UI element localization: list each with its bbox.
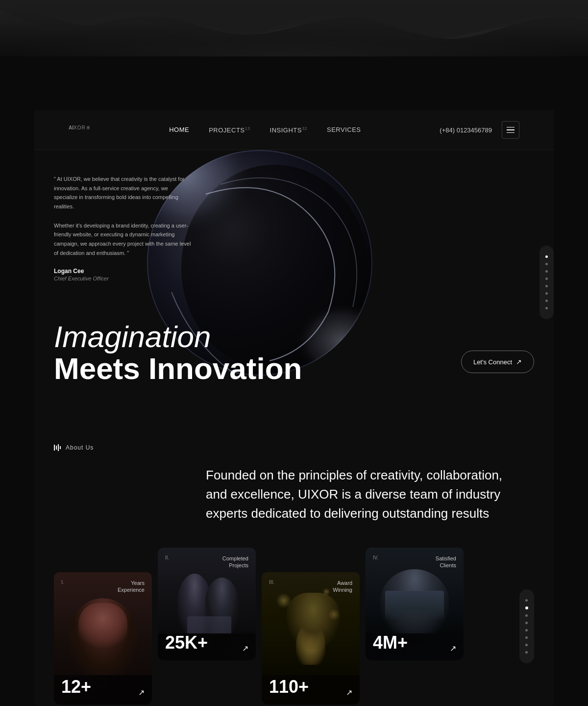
stats-dot-4[interactable]: [525, 622, 528, 624]
card-label-4: Satisfied Clients: [436, 555, 456, 569]
hero-quote: " At UIXOR, we believe that creativity i…: [54, 175, 191, 281]
card-label-2: Completed Projects: [222, 555, 248, 569]
stats-container: I. Years Experience 12+ ↗ II.: [54, 543, 534, 706]
card-index-3: III.: [269, 580, 274, 585]
hamburger-line-1: [507, 127, 514, 128]
stats-dot-1[interactable]: [525, 599, 528, 602]
stat-card-awards[interactable]: III. Award Winning 110+ ↗: [262, 572, 360, 705]
hero-dot-nav: [539, 246, 554, 319]
about-header: About Us: [54, 444, 534, 451]
dot-nav-5[interactable]: [545, 285, 548, 287]
dot-nav-1[interactable]: [545, 255, 548, 258]
logo[interactable]: AIXOR®: [69, 125, 90, 135]
projects-badge: 13: [245, 126, 250, 131]
hamburger-button[interactable]: [502, 121, 519, 139]
dot-nav-3[interactable]: [545, 270, 548, 273]
stats-dot-3[interactable]: [525, 614, 528, 617]
hamburger-line-2: [507, 129, 514, 130]
quote-text-2: Whether it's developing a brand identity…: [54, 221, 191, 258]
dot-nav-2[interactable]: [545, 263, 548, 265]
nav-services[interactable]: SERVICES: [327, 126, 361, 133]
navigation: AIXOR® HOME PROJECTS13 INSIGHTS32 SERVIC…: [34, 110, 554, 150]
logo-text-ai: AI: [69, 125, 74, 130]
dot-nav-8[interactable]: [545, 307, 548, 309]
nav-links: HOME PROJECTS13 INSIGHTS32 SERVICES: [169, 126, 361, 134]
card-arrow-3: ↗: [346, 688, 352, 697]
stats-section: I. Years Experience 12+ ↗ II.: [34, 543, 554, 706]
stat-card-projects[interactable]: II. Completed Projects 25K+ ↗: [158, 548, 256, 660]
stats-dot-8[interactable]: [525, 651, 528, 654]
arrow-icon: ↗: [516, 358, 522, 366]
nav-right: (+84) 0123456789: [440, 121, 519, 139]
stat-card-clients[interactable]: IV. Satisfied Clients 4M+ ↗: [366, 548, 464, 660]
page-wrapper: AIXOR® HOME PROJECTS13 INSIGHTS32 SERVIC…: [0, 0, 588, 706]
nav-insights[interactable]: INSIGHTS32: [270, 126, 307, 134]
card-number-1: 12+: [61, 677, 91, 697]
ceo-title: Chief Executive Officer: [54, 276, 191, 281]
logo-text-xor: XOR: [74, 125, 86, 130]
nav-phone: (+84) 0123456789: [440, 126, 492, 134]
cta-label: Let's Connect: [473, 358, 512, 366]
dot-nav-4[interactable]: [545, 277, 548, 280]
hamburger-line-3: [507, 132, 514, 133]
stats-dot-6[interactable]: [525, 636, 528, 639]
logo-mark: ®: [87, 126, 91, 130]
card-index-2: II.: [165, 555, 169, 560]
stat-card-years[interactable]: I. Years Experience 12+ ↗: [54, 572, 152, 705]
about-description: Founded on the principles of creativity,…: [206, 466, 519, 523]
card-arrow-2: ↗: [242, 644, 248, 653]
card-label-3: Award Winning: [333, 580, 352, 594]
nav-home[interactable]: HOME: [169, 126, 189, 133]
card-number-2: 25K+: [165, 632, 208, 653]
card-number-4: 4M+: [373, 632, 408, 653]
hero-headline: Imagination Meets Innovation: [54, 322, 302, 385]
quote-text-1: " At UIXOR, we believe that creativity i…: [54, 175, 191, 211]
headline-italic: Imagination: [54, 322, 302, 352]
about-label: About Us: [66, 444, 94, 451]
dot-nav-6[interactable]: [545, 292, 548, 295]
about-bars-icon: [54, 444, 61, 451]
nav-projects[interactable]: PROJECTS13: [209, 126, 250, 134]
stats-dot-7[interactable]: [525, 644, 528, 646]
card-arrow-4: ↗: [450, 644, 456, 653]
fabric-fold: [0, 0, 588, 56]
card-number-3: 110+: [269, 677, 309, 697]
top-decor: [0, 0, 588, 56]
hero-section: " At UIXOR, we believe that creativity i…: [34, 150, 554, 415]
stats-dot-nav: [519, 589, 534, 663]
insights-badge: 32: [302, 126, 307, 131]
card-arrow-1: ↗: [138, 688, 145, 697]
stats-dot-2[interactable]: [525, 606, 528, 609]
card-label-1: Years Experience: [118, 580, 145, 594]
headline-bold: Meets Innovation: [54, 352, 302, 385]
ceo-name: Logan Cee: [54, 268, 191, 275]
about-section: About Us Founded on the principles of cr…: [34, 415, 554, 543]
card-index-1: I.: [61, 580, 64, 585]
card-index-4: IV.: [373, 555, 378, 560]
stats-dot-5[interactable]: [525, 629, 528, 631]
cta-connect-button[interactable]: Let's Connect ↗: [461, 351, 534, 373]
dot-nav-7[interactable]: [545, 300, 548, 302]
